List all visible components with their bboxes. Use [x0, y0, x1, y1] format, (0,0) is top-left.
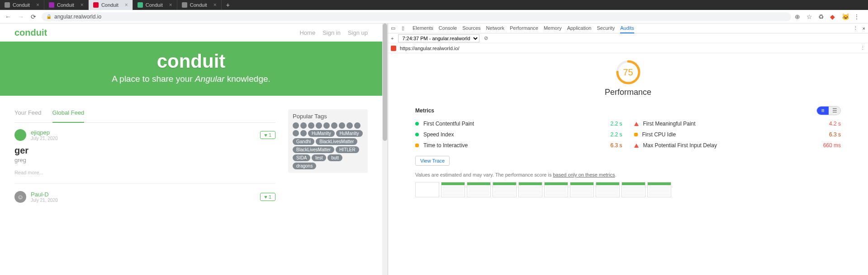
- filmstrip-frame[interactable]: [441, 182, 465, 197]
- disclaimer-link[interactable]: based only on these metrics: [553, 172, 615, 177]
- url-more-icon[interactable]: ⋮: [860, 45, 865, 51]
- browser-tab[interactable]: Conduit ×: [0, 0, 44, 10]
- tag-pill[interactable]: BlackLivesMatter: [316, 138, 357, 145]
- sidebar: Popular Tags HuManItyHuManItyGandhiBlack…: [288, 109, 368, 222]
- tab-your-feed[interactable]: Your Feed: [14, 109, 42, 119]
- lighthouse-ext-icon[interactable]: ◆: [830, 13, 837, 20]
- tag-pill[interactable]: dragons: [293, 163, 316, 169]
- devtools-close-icon[interactable]: ×: [863, 26, 865, 31]
- toggle-expanded-icon[interactable]: ☰: [829, 107, 840, 115]
- new-tab-button[interactable]: +: [222, 1, 234, 9]
- like-button[interactable]: ♥ 1: [260, 131, 275, 139]
- tag-pill-empty[interactable]: [300, 122, 307, 129]
- tag-pill[interactable]: butt: [327, 154, 342, 161]
- author-link[interactable]: ejiqpep: [31, 129, 58, 136]
- tag-pill[interactable]: HuManIty: [336, 130, 363, 137]
- filmstrip-frame[interactable]: [621, 182, 645, 197]
- back-button[interactable]: ←: [4, 13, 13, 20]
- forward-button[interactable]: →: [16, 13, 25, 20]
- tag-pill[interactable]: HuManIty: [308, 130, 335, 137]
- tag-pill-empty[interactable]: [293, 130, 299, 136]
- inspect-icon[interactable]: ▭: [391, 25, 397, 32]
- page-scrollbar[interactable]: [382, 23, 388, 275]
- browser-tab-active[interactable]: Conduit ×: [89, 0, 133, 10]
- recycle-icon[interactable]: ♻: [818, 13, 825, 20]
- filmstrip-frame[interactable]: [596, 182, 620, 197]
- author-link[interactable]: Paul-D: [31, 191, 58, 198]
- tag-pill[interactable]: Gandhi: [293, 138, 314, 145]
- extension-icon[interactable]: 🐱: [842, 13, 849, 20]
- plus-button[interactable]: +: [391, 36, 394, 41]
- devtools-topbar: ▭ ▯ ElementsConsoleSourcesNetworkPerform…: [388, 23, 868, 33]
- reload-button[interactable]: ⟳: [29, 13, 38, 20]
- devtools-tab-security[interactable]: Security: [597, 23, 615, 33]
- browser-tab[interactable]: Conduit ×: [177, 0, 222, 10]
- devtools-tab-network[interactable]: Network: [486, 23, 504, 33]
- favicon-icon: [182, 2, 187, 8]
- tag-pill-empty[interactable]: [354, 122, 360, 129]
- tag-pill-empty[interactable]: [346, 122, 353, 129]
- tag-pill-empty[interactable]: [323, 122, 330, 129]
- audited-url: https://angular.realworld.io/: [400, 46, 459, 51]
- bookmark-icon[interactable]: ☆: [806, 13, 814, 20]
- filmstrip-frame[interactable]: [467, 182, 491, 197]
- like-count: 1: [269, 132, 271, 138]
- avatar[interactable]: ☺: [14, 191, 26, 203]
- devtools-tab-console[interactable]: Console: [439, 23, 457, 33]
- close-icon[interactable]: ×: [36, 2, 39, 8]
- tag-pill-empty[interactable]: [308, 122, 314, 129]
- scrollbar-thumb[interactable]: [383, 23, 387, 141]
- view-trace-button[interactable]: View Trace: [415, 156, 450, 166]
- close-icon[interactable]: ×: [169, 2, 172, 8]
- close-icon[interactable]: ×: [81, 2, 84, 8]
- tag-pill-empty[interactable]: [339, 122, 345, 129]
- devtools-tab-audits[interactable]: Audits: [620, 23, 634, 33]
- tag-pill-empty[interactable]: [293, 122, 299, 129]
- nav-home[interactable]: Home: [299, 29, 315, 36]
- metrics-view-toggle[interactable]: ≡ ☰: [816, 106, 841, 115]
- filmstrip-frame[interactable]: [544, 182, 568, 197]
- report-dropdown[interactable]: 7:24:37 PM - angular.realworld: [398, 34, 479, 42]
- score-value: 75: [616, 60, 641, 85]
- like-button[interactable]: ♥ 1: [260, 193, 275, 201]
- filmstrip-frame[interactable]: [493, 182, 517, 197]
- devtools-tab-sources[interactable]: Sources: [462, 23, 480, 33]
- devtools-tab-performance[interactable]: Performance: [510, 23, 538, 33]
- device-toggle-icon[interactable]: ▯: [402, 25, 408, 32]
- avatar[interactable]: [14, 129, 26, 141]
- article-title[interactable]: ger: [14, 145, 275, 156]
- tag-pill[interactable]: test: [312, 154, 326, 161]
- brand-logo[interactable]: conduit: [14, 28, 47, 38]
- menu-icon[interactable]: ⋮: [854, 13, 861, 20]
- tag-pill-empty[interactable]: [331, 122, 337, 129]
- filmstrip-frame[interactable]: [518, 182, 542, 197]
- toggle-compact-icon[interactable]: ≡: [817, 107, 829, 115]
- devtools-tab-elements[interactable]: Elements: [413, 23, 433, 33]
- browser-tab[interactable]: Conduit ×: [133, 0, 177, 10]
- tag-pill-empty[interactable]: [316, 122, 322, 129]
- metric-row: First CPU Idle6.3 s: [634, 131, 841, 138]
- devtools-more-icon[interactable]: ⋮: [853, 25, 858, 31]
- devtools-tab-memory[interactable]: Memory: [544, 23, 562, 33]
- read-more-link[interactable]: Read more...: [14, 170, 43, 175]
- metric-value: 660 ms: [823, 142, 841, 149]
- tag-pill[interactable]: BlackLivesMatter: [293, 146, 334, 153]
- tag-pill[interactable]: HITLER: [336, 146, 359, 153]
- tag-pill[interactable]: SIDA: [293, 154, 310, 161]
- translate-icon[interactable]: ⊕: [795, 13, 802, 20]
- close-icon[interactable]: ×: [213, 2, 217, 8]
- close-icon[interactable]: ×: [125, 2, 128, 8]
- browser-tab[interactable]: Conduit ×: [44, 0, 89, 10]
- devtools-tab-application[interactable]: Application: [567, 23, 592, 33]
- metric-name: Time to Interactive: [423, 142, 468, 149]
- address-bar[interactable]: 🔒 angular.realworld.io: [42, 12, 791, 21]
- metric-name: Max Potential First Input Delay: [643, 142, 717, 149]
- tab-global-feed[interactable]: Global Feed: [52, 109, 85, 123]
- tag-pill-empty[interactable]: [300, 130, 307, 136]
- nav-signin[interactable]: Sign in: [323, 29, 341, 36]
- clear-icon[interactable]: ⊘: [484, 35, 488, 41]
- filmstrip-frame[interactable]: [647, 182, 671, 197]
- nav-signup[interactable]: Sign up: [348, 29, 368, 36]
- filmstrip-frame[interactable]: [570, 182, 594, 197]
- filmstrip-frame[interactable]: [415, 182, 439, 197]
